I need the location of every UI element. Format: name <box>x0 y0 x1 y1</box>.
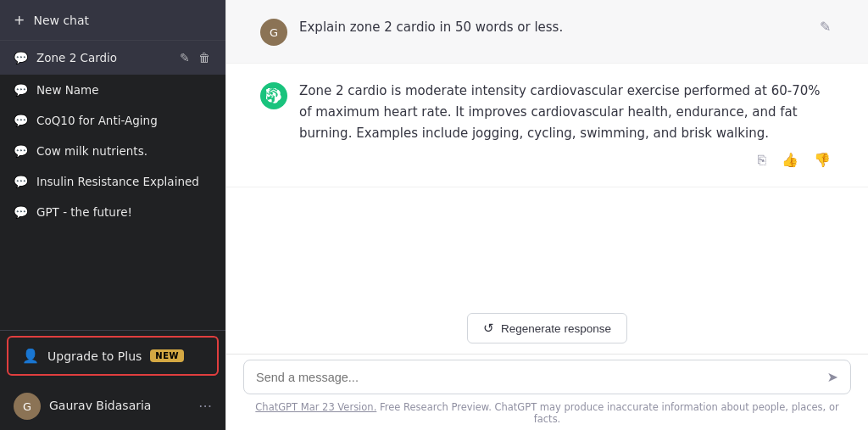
chat-item-label: Cow milk nutrients. <box>36 144 212 158</box>
copy-message-button[interactable]: ⎘ <box>754 150 770 170</box>
user-row[interactable]: G Gaurav Bidasaria ⋯ <box>0 381 225 430</box>
input-area: ➤ <box>226 354 868 398</box>
chat-item-gpt[interactable]: 💬 GPT - the future! <box>0 197 225 227</box>
regenerate-button[interactable]: ↺ Regenerate response <box>467 313 627 343</box>
footer-text: ChatGPT Mar 23 Version. Free Research Pr… <box>226 398 868 430</box>
chat-item-label: GPT - the future! <box>36 205 212 219</box>
chat-item-label: Insulin Resistance Explained <box>36 175 212 188</box>
sidebar-bottom: 👤 Upgrade to Plus NEW G Gaurav Bidasaria… <box>0 330 225 430</box>
chat-bubble-icon: 💬 <box>14 205 28 219</box>
sidebar: + New chat 💬 Zone 2 Cardio ✎ 🗑 💬 New Nam… <box>0 0 225 430</box>
upgrade-button[interactable]: 👤 Upgrade to Plus NEW <box>7 336 219 376</box>
assistant-message-wrap: Zone 2 cardio is moderate intensity card… <box>299 81 834 170</box>
thumbs-up-button[interactable]: 👍 <box>778 150 802 170</box>
avatar-initials: G <box>23 400 31 413</box>
new-chat-label: New chat <box>33 14 89 27</box>
assistant-message-block: Zone 2 cardio is moderate intensity card… <box>226 64 868 187</box>
chat-bubble-icon: 💬 <box>14 175 28 188</box>
assistant-message-text: Zone 2 cardio is moderate intensity card… <box>299 81 834 143</box>
user-icon: 👤 <box>22 348 39 364</box>
user-message-block: G Explain zone 2 cardio in 50 words or l… <box>226 0 868 64</box>
edit-chat-button[interactable]: ✎ <box>178 49 192 66</box>
chat-list: 💬 Zone 2 Cardio ✎ 🗑 💬 New Name 💬 CoQ10 f… <box>0 41 225 330</box>
chat-bubble-icon: 💬 <box>14 144 28 158</box>
thumbs-down-button[interactable]: 👎 <box>810 150 834 170</box>
user-name: Gaurav Bidasaria <box>49 399 190 412</box>
main-chat-area: G Explain zone 2 cardio in 50 words or l… <box>225 0 868 430</box>
chat-item-label: CoQ10 for Anti-Aging <box>36 114 212 127</box>
chat-item-coq10[interactable]: 💬 CoQ10 for Anti-Aging <box>0 105 225 136</box>
chat-item-newname[interactable]: 💬 New Name <box>0 75 225 105</box>
avatar: G <box>14 393 41 420</box>
chat-item-insulin[interactable]: 💬 Insulin Resistance Explained <box>0 166 225 197</box>
input-box: ➤ <box>243 360 851 394</box>
new-chat-button[interactable]: + New chat <box>0 0 225 41</box>
chat-bubble-icon: 💬 <box>14 83 28 97</box>
regenerate-label: Regenerate response <box>501 322 611 335</box>
chat-bubble-icon: 💬 <box>14 114 28 127</box>
footer-disclaimer: Free Research Preview. ChatGPT may produ… <box>380 401 839 425</box>
user-avatar-initials: G <box>270 26 278 39</box>
regenerate-icon: ↺ <box>483 321 494 336</box>
plus-icon: + <box>14 12 25 28</box>
new-badge: NEW <box>150 349 184 362</box>
chat-item-actions: ✎ 🗑 <box>178 49 212 66</box>
chat-item-label: New Name <box>36 83 212 97</box>
chat-item-zone2[interactable]: 💬 Zone 2 Cardio ✎ 🗑 <box>0 41 225 75</box>
chat-item-cowmilk[interactable]: 💬 Cow milk nutrients. <box>0 136 225 166</box>
user-message-avatar: G <box>260 19 287 46</box>
chat-bubble-icon: 💬 <box>14 51 28 64</box>
more-options-icon[interactable]: ⋯ <box>198 398 212 414</box>
send-icon[interactable]: ➤ <box>827 369 838 385</box>
delete-chat-button[interactable]: 🗑 <box>197 49 212 66</box>
edit-message-button[interactable]: ✎ <box>816 17 834 36</box>
footer-version-link[interactable]: ChatGPT Mar 23 Version. <box>255 401 376 413</box>
gpt-logo-icon <box>266 88 281 103</box>
regenerate-area: ↺ Regenerate response <box>226 303 868 354</box>
user-message-wrap: Explain zone 2 cardio in 50 words or les… <box>299 17 804 38</box>
chat-messages: G Explain zone 2 cardio in 50 words or l… <box>226 0 868 303</box>
message-input[interactable] <box>256 371 821 384</box>
chat-item-label: Zone 2 Cardio <box>36 51 170 64</box>
message-actions: ⎘ 👍 👎 <box>299 150 834 170</box>
gpt-avatar <box>260 82 287 109</box>
user-message-text: Explain zone 2 cardio in 50 words or les… <box>299 17 804 38</box>
upgrade-label: Upgrade to Plus <box>47 349 142 363</box>
